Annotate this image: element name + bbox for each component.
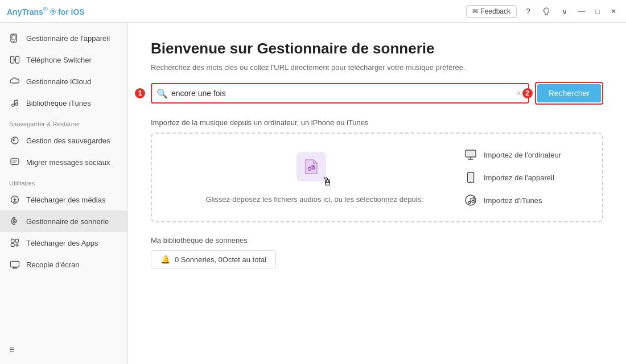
skin-icon	[542, 7, 551, 16]
import-itunes-label: Importez d'iTunes	[484, 196, 542, 205]
ringtone-icon	[9, 216, 20, 227]
sidebar-label-download-apps: Télécharger des Apps	[26, 239, 98, 247]
library-badge-text: 0 Sonneries, 0Octet au total	[175, 255, 266, 264]
maximize-icon: □	[595, 7, 599, 15]
main-layout: Gestionnaire de l'appareil Téléphone Swi…	[0, 23, 626, 364]
content-area: Bienvenue sur Gestionnaire de sonnerie R…	[128, 23, 626, 364]
close-icon: ✕	[611, 7, 616, 15]
drop-zone-left: 🖱 Glissez-déposez les fichiers audios ic…	[166, 152, 463, 204]
sidebar-label-ringtone-manager: Gestionnaire de sonnerie	[26, 217, 109, 226]
import-from-itunes[interactable]: Importez d'iTunes	[463, 193, 588, 208]
svg-rect-12	[15, 239, 19, 243]
app-icon	[9, 237, 20, 249]
svg-point-10	[14, 221, 15, 222]
sidebar-item-icloud-manager[interactable]: Gestionnaire iCloud	[0, 71, 127, 92]
drop-text: Glissez-déposez les fichiers audios ici,…	[205, 195, 423, 204]
sidebar-label-social-messages: Migrer messages sociaux	[26, 158, 110, 167]
sidebar-label-icloud-manager: Gestionnaire iCloud	[26, 77, 91, 86]
sidebar-item-phone-switcher[interactable]: Téléphone Switcher	[0, 49, 127, 71]
import-from-device[interactable]: Importez de l'appareil	[463, 170, 588, 185]
music-file-icon	[302, 158, 320, 176]
svg-rect-1	[12, 35, 15, 40]
sidebar-item-itunes-library[interactable]: Bibliothèque iTunes	[0, 92, 127, 114]
sidebar-section-utilities: Utilitaires	[0, 173, 127, 189]
titlebar: AnyTrans® ® for iOS ✉ Feedback ? ∨ — □ ✕	[0, 0, 626, 23]
feedback-mail-icon: ✉	[472, 7, 478, 15]
drop-zone-right: Importez de l'ordinateur Importez de l'a…	[463, 147, 588, 208]
sidebar-item-download-media[interactable]: Télécharger des médias	[0, 189, 127, 210]
sidebar-bottom: ≡	[0, 340, 127, 359]
library-title: Ma bibliothèque de sonneries	[151, 236, 603, 245]
message-icon	[9, 156, 20, 168]
search-icon: 🔍	[156, 88, 168, 99]
titlebar-right: ✉ Feedback ? ∨ — □ ✕	[466, 5, 619, 18]
svg-point-2	[13, 41, 14, 42]
dropzone-label: Importez de la musique depuis un ordinat…	[151, 118, 603, 127]
feedback-label: Feedback	[480, 7, 510, 15]
sidebar-label-download-media: Télécharger des médias	[26, 196, 105, 204]
sidebar-item-download-apps[interactable]: Télécharger des Apps	[0, 232, 127, 254]
sidebar: Gestionnaire de l'appareil Téléphone Swi…	[0, 23, 128, 364]
itunes-icon	[463, 193, 478, 208]
phone-switch-icon	[9, 54, 20, 65]
close-button[interactable]: ✕	[608, 6, 619, 17]
search-badge-2: 2	[522, 88, 533, 98]
app-suffix: ® for iOS	[50, 7, 85, 16]
sidebar-item-social-messages[interactable]: Migrer messages sociaux	[0, 151, 127, 173]
cloud-icon	[9, 76, 20, 87]
sidebar-label-phone-switcher: Téléphone Switcher	[26, 56, 92, 64]
maximize-button[interactable]: □	[592, 6, 603, 17]
device-icon	[9, 32, 20, 44]
sidebar-item-screen-capture[interactable]: Recopie d'écran	[0, 254, 127, 275]
skin-button[interactable]	[539, 5, 553, 18]
download-icon	[9, 194, 20, 205]
bell-icon: 🔔	[160, 255, 170, 264]
sidebar-item-backup-manager[interactable]: Gestion des sauvegardes	[0, 130, 127, 151]
library-badge: 🔔 0 Sonneries, 0Octet au total	[151, 250, 276, 268]
sidebar-item-ringtone-manager[interactable]: Gestionnaire de sonnerie	[0, 210, 127, 232]
sidebar-label-itunes-library: Bibliothèque iTunes	[26, 99, 91, 107]
svg-point-5	[12, 104, 14, 106]
monitor-icon	[463, 147, 478, 162]
screen-icon	[9, 259, 20, 270]
minimize-icon: —	[578, 7, 585, 15]
search-button-wrapper: 2 Rechercher	[535, 82, 603, 105]
search-badge-1: 1	[135, 88, 145, 98]
svg-rect-11	[11, 239, 15, 243]
help-icon: ?	[526, 7, 530, 16]
subtitle: Recherchez des mots clés ou collez l'URL…	[151, 63, 603, 72]
svg-rect-14	[11, 262, 19, 267]
svg-rect-13	[11, 243, 15, 247]
svg-point-6	[15, 103, 18, 105]
music-icon-wrap: 🖱	[296, 152, 333, 188]
chevron-down-button[interactable]: ∨	[558, 5, 571, 18]
svg-rect-3	[11, 56, 14, 63]
feedback-button[interactable]: ✉ Feedback	[466, 5, 517, 18]
chevron-down-icon: ∨	[562, 7, 567, 16]
search-btn-border: Rechercher	[535, 82, 603, 105]
svg-point-21	[470, 181, 471, 182]
import-from-computer[interactable]: Importez de l'ordinateur	[463, 147, 588, 162]
page-title: Bienvenue sur Gestionnaire de sonnerie	[151, 40, 603, 57]
import-computer-label: Importez de l'ordinateur	[484, 151, 561, 159]
app-title: AnyTrans® ® for iOS	[7, 6, 85, 16]
search-box: 🔍 ×	[151, 83, 529, 104]
sidebar-item-device-manager[interactable]: Gestionnaire de l'appareil	[0, 27, 127, 49]
search-row: 1 🔍 × 2 Rechercher	[151, 82, 603, 105]
import-device-label: Importez de l'appareil	[484, 173, 554, 182]
search-button[interactable]: Rechercher	[537, 84, 601, 102]
backup-icon	[9, 135, 20, 146]
cursor-icon: 🖱	[322, 175, 333, 188]
svg-rect-18	[467, 151, 475, 156]
help-button[interactable]: ?	[521, 5, 535, 18]
sidebar-label-device-manager: Gestionnaire de l'appareil	[26, 34, 110, 43]
svg-rect-20	[469, 174, 473, 180]
search-input[interactable]	[171, 84, 514, 102]
svg-rect-7	[11, 159, 19, 164]
hamburger-menu-icon[interactable]: ≡	[9, 345, 14, 354]
minimize-button[interactable]: —	[576, 6, 587, 17]
app-name: AnyTrans	[7, 7, 43, 16]
phone-icon	[463, 170, 478, 185]
library-section: Ma bibliothèque de sonneries 🔔 0 Sonneri…	[151, 236, 603, 268]
sidebar-label-screen-capture: Recopie d'écran	[26, 260, 80, 269]
